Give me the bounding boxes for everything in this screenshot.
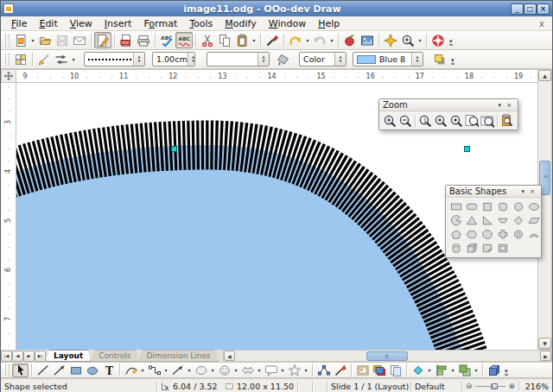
cut-button[interactable] [199, 32, 216, 48]
scroll-left-button[interactable]: ◀ [224, 351, 235, 361]
shape-parallelogram-button[interactable] [527, 214, 542, 227]
redo-dropdown-arrow[interactable]: ▾ [328, 37, 335, 43]
styles-grid-button[interactable] [12, 51, 29, 67]
area-can-button[interactable] [275, 51, 292, 67]
stars-dropdown-arrow[interactable]: ▾ [302, 367, 309, 373]
shape-rounded-rectangle-button[interactable] [465, 200, 480, 213]
shape-cube-button[interactable] [465, 242, 480, 255]
open-button[interactable] [36, 32, 54, 48]
block-arrows-button[interactable] [239, 364, 256, 377]
gallery-small-button[interactable] [371, 364, 387, 377]
basic-shapes-button[interactable] [193, 364, 209, 377]
zoom-previous-button[interactable] [433, 113, 448, 128]
shape-frame-button[interactable] [496, 242, 511, 255]
scroll-up-button[interactable]: ▲ [538, 70, 551, 81]
tab-scroll-previous-button[interactable]: ◀ [12, 351, 23, 362]
rotate-dropdown-arrow[interactable]: ▾ [426, 367, 433, 373]
line-button[interactable] [35, 364, 51, 377]
zoom-page-width-button[interactable] [480, 113, 495, 128]
paste-button[interactable] [233, 32, 251, 48]
line-color-select-spinner[interactable]: ▲▼ [257, 53, 269, 66]
spellcheck-button[interactable]: ABC [158, 32, 175, 48]
clone-button[interactable] [387, 364, 404, 377]
line-style-select-spinner[interactable]: ▲▼ [133, 53, 144, 66]
curve-dropdown-arrow[interactable]: ▾ [139, 367, 146, 373]
line-color-select[interactable]: ▲▼ [207, 52, 270, 66]
save-button[interactable] [54, 32, 71, 48]
shapes-palette-menu-button[interactable]: ▾ [519, 188, 528, 195]
maximize-button[interactable]: □ [524, 3, 537, 15]
object-zoom-button[interactable] [499, 113, 515, 128]
zoom-palette-titlebar[interactable]: Zoom ▾ × [379, 99, 518, 111]
arrange-dropdown-arrow[interactable]: ▾ [473, 367, 480, 373]
zoom-in-button[interactable] [382, 113, 397, 128]
new-document-button[interactable] [12, 32, 29, 48]
rectangle-tool-button[interactable] [67, 364, 84, 377]
undo-dropdown-arrow[interactable]: ▾ [304, 37, 311, 43]
shadow-button[interactable] [431, 51, 448, 67]
gluepoints-button[interactable] [332, 364, 348, 377]
zoom-dropdown-arrow[interactable]: ▾ [416, 37, 423, 43]
shape-square-button[interactable] [480, 200, 495, 213]
menu-edit[interactable]: Edit [33, 17, 63, 30]
zoom-100-button[interactable]: 1 [417, 113, 433, 128]
zoom-palette-close-button[interactable]: × [504, 102, 514, 109]
zoom-percent[interactable]: 216% [519, 379, 552, 392]
zoom-out-button[interactable] [397, 113, 413, 128]
export-pdf-button[interactable]: PDF [118, 32, 135, 48]
zoom-out-button[interactable]: ⊖ [466, 382, 473, 390]
menu-file[interactable]: File [5, 17, 33, 30]
minimize-button[interactable]: _ [511, 3, 524, 15]
zoom-in-button[interactable]: ⊕ [508, 382, 515, 390]
navigator-button[interactable] [382, 32, 399, 48]
shape-hexagon-button[interactable] [465, 228, 480, 241]
copy-button[interactable] [216, 32, 233, 48]
horizontal-scroll-thumb[interactable] [366, 351, 408, 361]
ruler-origin-box[interactable] [1, 69, 16, 83]
toolbar-grip[interactable] [5, 35, 10, 47]
vertical-ruler[interactable]: 34567 [1, 83, 16, 350]
zoom-entire-page-button[interactable] [464, 113, 480, 128]
menu-insert[interactable]: Insert [99, 17, 138, 30]
close-document-button[interactable]: x [539, 19, 544, 28]
shape-block-arc-button[interactable] [527, 228, 542, 241]
menu-help[interactable]: Help [312, 17, 346, 30]
shape-right-triangle-button[interactable] [480, 214, 495, 227]
paste-dropdown-arrow[interactable]: ▾ [251, 37, 257, 43]
zoom-slider-thumb[interactable] [492, 383, 498, 389]
toolbar-grip[interactable] [5, 54, 10, 66]
basic-shapes-dropdown-arrow[interactable]: ▾ [209, 367, 216, 373]
insert-picture-button[interactable] [359, 32, 376, 48]
format-paintbrush-button[interactable] [264, 32, 281, 48]
tab-scroll-next-button[interactable]: ▶ [23, 351, 35, 362]
rotate-button[interactable] [410, 364, 426, 377]
line-dialog-button[interactable] [35, 51, 53, 67]
selection-handle-top-right[interactable] [464, 146, 470, 152]
shape-regular-pentagon-button[interactable] [449, 228, 464, 241]
insert-frame-button[interactable] [354, 364, 371, 377]
menu-tools[interactable]: Tools [183, 17, 219, 30]
arrange-button[interactable] [456, 364, 473, 377]
shape-circle-pie-button[interactable] [449, 214, 464, 227]
shape-octagon-button[interactable] [480, 228, 495, 241]
symbol-shapes-button[interactable] [216, 364, 232, 377]
email-button[interactable] [71, 32, 88, 48]
align-button[interactable] [433, 364, 449, 377]
select-button[interactable] [12, 364, 29, 377]
toolbar-overflow-button[interactable]: ▾ [505, 369, 508, 376]
tab-scroll-last-button[interactable]: ▶| [35, 351, 46, 362]
shape-isosceles-triangle-button[interactable] [465, 214, 480, 227]
horizontal-scrollbar[interactable]: ◀▶ [223, 350, 552, 362]
shape-ellipse-button[interactable] [527, 200, 542, 213]
menu-window[interactable]: Window [263, 17, 312, 30]
fill-color-select[interactable]: Blue 8▲▼ [353, 52, 423, 66]
shape-circle-button[interactable] [512, 200, 526, 213]
undo-button[interactable] [287, 32, 304, 48]
align-dropdown-arrow[interactable]: ▾ [449, 367, 456, 373]
extrusion-button[interactable] [486, 364, 502, 377]
block-arrows-dropdown-arrow[interactable]: ▾ [256, 367, 263, 373]
edit-file-button[interactable] [94, 32, 111, 48]
zoom-next-button[interactable] [448, 113, 464, 128]
shape-rectangle-button[interactable] [449, 200, 464, 213]
print-button[interactable] [135, 32, 152, 48]
